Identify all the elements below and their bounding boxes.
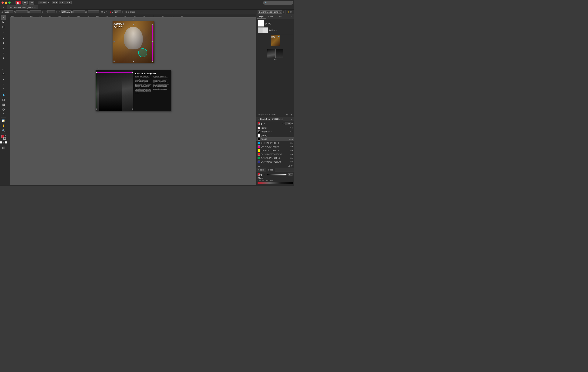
preview-mode-btn[interactable] (1, 146, 6, 150)
y-input[interactable] (61, 10, 71, 13)
line-tool[interactable]: ╱ (1, 46, 6, 50)
new-master-btn[interactable]: ⊞ (285, 113, 289, 116)
page3-thumbnail[interactable] (275, 49, 283, 58)
minimize-button[interactable] (5, 1, 7, 4)
page-tool[interactable] (1, 25, 6, 30)
color-stroke-icon[interactable] (259, 174, 262, 176)
content-collector-tool[interactable]: ⊕ (1, 36, 6, 40)
document-tab[interactable]: *album cover.indd @ 48% ✕ (7, 5, 38, 9)
panel-menu-icon[interactable]: ≡ (291, 15, 293, 18)
zoom-level[interactable]: 47.6% (39, 1, 47, 4)
swatch-magenta[interactable]: C=0 M=100 Y=0 K=0 □ ■ (256, 145, 294, 149)
swatches-menu-icon[interactable]: ≡ (290, 118, 293, 120)
swatch-none[interactable]: [None] ✕ □ (256, 126, 294, 130)
swatch-yel-sq2: ■ (292, 150, 293, 151)
delete-page-btn[interactable]: 🗑 (289, 113, 293, 116)
bridge-icon[interactable]: Br (22, 1, 28, 5)
free-transform-tool[interactable]: ⊡ (1, 72, 6, 76)
page-3[interactable]: love at lightspeed Eum eudus. Nore, cis … (133, 70, 171, 111)
x-input[interactable] (4, 10, 13, 13)
swatch-blue[interactable]: C=100 M=90 Y=10 K=0 □ ■ (256, 160, 294, 164)
delete-swatch-btn[interactable]: 🗑 (291, 164, 293, 167)
swatch-green-icons: □ ■ (290, 157, 293, 159)
h-input[interactable] (74, 10, 85, 13)
color-slider-bar[interactable] (267, 174, 286, 175)
view-quality-btn[interactable]: ⧉ ▼ (59, 1, 65, 4)
hand-tool[interactable]: ✋ (1, 123, 6, 128)
screen-mode-btn[interactable]: ⊞ ▼ (52, 1, 58, 4)
stroke-icon-swatch[interactable] (259, 123, 262, 125)
page-2[interactable] (95, 70, 133, 111)
zoom-dropdown-icon[interactable]: ▼ (48, 2, 50, 4)
selection-tool[interactable] (1, 15, 6, 20)
page1-thumbnail[interactable]: LUNARQUEST 1 (271, 35, 280, 46)
master-none[interactable]: (None) (257, 20, 293, 27)
gradient-mode-icon[interactable]: ▦ (2, 141, 5, 144)
frame-type-select[interactable]: [Basic Graphics Frame] (258, 10, 282, 14)
swatches-expand-icon[interactable]: ▼ (258, 118, 259, 120)
cc-libraries-tab[interactable]: CC Libraries (271, 118, 284, 120)
svg-text:64: 64 (162, 15, 164, 17)
page2-thumbnail[interactable] (267, 49, 275, 58)
color-panel-menu[interactable]: ≡ (291, 168, 294, 171)
tab-layers[interactable]: Layers (267, 14, 276, 19)
arrange-btn[interactable]: ⊟ ▼ (65, 1, 72, 4)
rectangle-tool[interactable] (1, 102, 6, 107)
tab-pages[interactable]: Pages (257, 14, 266, 19)
eyedropper-tool[interactable]: 💧 (1, 93, 6, 97)
page-1[interactable]: LUNAR QUEST (113, 21, 154, 63)
rotate-tool[interactable]: ↻ (1, 77, 6, 81)
scissors-tool[interactable]: ✂ (1, 67, 6, 71)
swatch-btn-t[interactable]: T (263, 122, 266, 125)
canvas-area[interactable]: 160154 148142 136130 124118 112106 10094… (7, 14, 256, 185)
polygon-tool[interactable] (1, 112, 6, 117)
master-a[interactable]: A A-Master (257, 27, 293, 33)
color-gradient-bar[interactable] (258, 182, 293, 184)
w2-input[interactable] (30, 10, 41, 13)
none-mode-icon[interactable] (5, 141, 7, 144)
type-tool[interactable]: T (1, 41, 6, 45)
scale-tool[interactable]: ⤡ (1, 81, 6, 86)
swatch-green-label: C=75 M=5 Y=100 K=0 (261, 157, 290, 159)
undo-icon[interactable]: ↺ (101, 10, 103, 13)
h2-input[interactable] (88, 10, 99, 13)
canvas-content[interactable]: ⛓ LUNAR QUEST (10, 17, 256, 185)
add-anchor-tool[interactable]: + (1, 56, 6, 60)
swatch-black[interactable]: [Black] ✕ □ ■ (256, 137, 294, 141)
stroke-input[interactable] (114, 10, 121, 13)
tab-close-icon[interactable]: ✕ (34, 6, 36, 8)
fill-stroke-selector[interactable]: ⇄ (1, 135, 6, 140)
solid-mode-icon[interactable] (0, 141, 2, 144)
close-button[interactable] (1, 1, 4, 4)
tab-links[interactable]: Links (276, 14, 284, 19)
swatch-registration[interactable]: [Registration] ✕ □ (256, 130, 294, 134)
tab-color[interactable]: Color (266, 168, 275, 172)
swatch-yellow[interactable]: C=0 M=0 Y=100 K=0 □ ■ (256, 149, 294, 152)
yellow-swatch-color (258, 149, 260, 152)
stock-icon[interactable]: St (29, 1, 34, 5)
maximize-button[interactable] (8, 1, 10, 4)
color-value-input[interactable] (288, 173, 293, 176)
swatch-green[interactable]: C=75 M=5 Y=100 K=0 □ ■ (256, 156, 294, 160)
shear-tool[interactable]: ⧸ (1, 86, 6, 91)
new-swatch-btn[interactable]: ⊞ (288, 164, 290, 167)
zoom-tool[interactable]: 🔍 (1, 128, 6, 133)
search-box[interactable]: 🔍 (263, 1, 293, 5)
note-tool[interactable]: 📝 (1, 119, 6, 123)
tint-input[interactable] (285, 122, 291, 125)
swatch-paper[interactable]: [Paper] (256, 134, 294, 137)
angle-input[interactable] (47, 10, 55, 13)
ellipse-tool[interactable] (1, 107, 6, 112)
pen-tool[interactable]: ✒ (1, 51, 6, 55)
delete-anchor-tool[interactable]: − (1, 60, 6, 65)
swap-colors-icon[interactable]: ⇄ (5, 135, 6, 137)
tab-stroke[interactable]: Stroke (256, 168, 266, 172)
direct-select-tool[interactable] (1, 20, 6, 25)
swatch-red[interactable]: C=15 M=100 Y=100 K=0 □ ■ (256, 152, 294, 156)
rectangle-frame-tool[interactable] (1, 98, 6, 102)
swatch-cyan[interactable]: C=100 M=0 Y=0 K=0 □ ■ (256, 141, 294, 145)
redo-icon[interactable]: ↻ (104, 10, 105, 13)
w-input[interactable] (16, 10, 28, 13)
svg-text:76: 76 (143, 15, 145, 17)
gap-tool[interactable]: ↔ (1, 30, 6, 34)
